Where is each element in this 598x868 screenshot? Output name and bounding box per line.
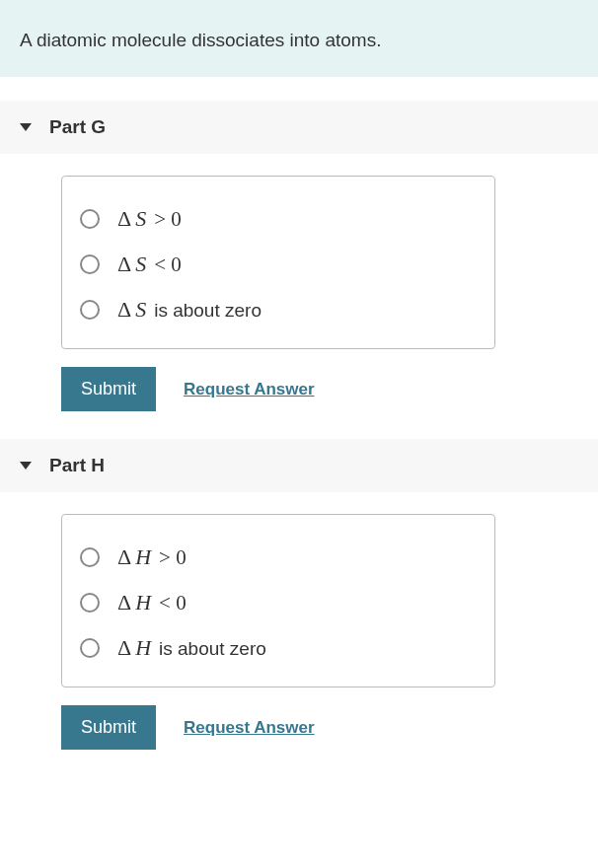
math-variable: S bbox=[135, 297, 146, 323]
math-variable: H bbox=[135, 544, 151, 570]
part-h-title: Part H bbox=[49, 455, 105, 476]
math-expression: > 0 bbox=[159, 545, 187, 570]
option-row[interactable]: ΔH is about zero bbox=[80, 625, 477, 671]
part-g-section: Part G ΔS > 0 ΔS < 0 ΔS bbox=[0, 101, 598, 411]
question-prompt: A diatomic molecule dissociates into ato… bbox=[0, 0, 598, 77]
delta-symbol: Δ bbox=[117, 297, 131, 323]
option-label: ΔS > 0 bbox=[117, 206, 182, 232]
option-row[interactable]: ΔS is about zero bbox=[80, 287, 477, 332]
radio-icon[interactable] bbox=[80, 209, 100, 229]
delta-symbol: Δ bbox=[117, 544, 131, 570]
option-label: ΔS < 0 bbox=[117, 252, 182, 277]
request-answer-link[interactable]: Request Answer bbox=[184, 718, 315, 738]
option-row[interactable]: ΔS > 0 bbox=[80, 196, 477, 242]
radio-icon[interactable] bbox=[80, 300, 100, 320]
part-h-actions: Submit Request Answer bbox=[61, 705, 598, 750]
part-h-options: ΔH > 0 ΔH < 0 ΔH is about zero bbox=[61, 514, 495, 687]
submit-button[interactable]: Submit bbox=[61, 367, 156, 411]
delta-symbol: Δ bbox=[117, 590, 131, 615]
radio-icon[interactable] bbox=[80, 593, 100, 613]
part-g-options: ΔS > 0 ΔS < 0 ΔS is about zero bbox=[61, 176, 495, 349]
option-label: ΔS is about zero bbox=[117, 297, 262, 323]
submit-button[interactable]: Submit bbox=[61, 705, 156, 750]
option-text: is about zero bbox=[154, 300, 262, 322]
part-g-actions: Submit Request Answer bbox=[61, 367, 598, 411]
option-row[interactable]: ΔH > 0 bbox=[80, 535, 477, 580]
radio-icon[interactable] bbox=[80, 638, 100, 658]
part-g-body: ΔS > 0 ΔS < 0 ΔS is about zero Submi bbox=[0, 154, 598, 411]
option-row[interactable]: ΔS < 0 bbox=[80, 242, 477, 287]
option-text: is about zero bbox=[159, 638, 266, 660]
delta-symbol: Δ bbox=[117, 206, 131, 232]
math-expression: < 0 bbox=[159, 591, 187, 615]
part-h-section: Part H ΔH > 0 ΔH < 0 ΔH bbox=[0, 439, 598, 750]
math-expression: < 0 bbox=[154, 253, 182, 277]
math-variable: S bbox=[135, 206, 146, 232]
caret-down-icon bbox=[20, 123, 32, 131]
part-g-header[interactable]: Part G bbox=[0, 101, 598, 154]
radio-icon[interactable] bbox=[80, 254, 100, 274]
radio-icon[interactable] bbox=[80, 547, 100, 567]
part-h-header[interactable]: Part H bbox=[0, 439, 598, 492]
delta-symbol: Δ bbox=[117, 252, 131, 277]
option-label: ΔH > 0 bbox=[117, 544, 187, 570]
delta-symbol: Δ bbox=[117, 635, 131, 661]
math-expression: > 0 bbox=[154, 207, 182, 232]
option-row[interactable]: ΔH < 0 bbox=[80, 580, 477, 625]
part-h-body: ΔH > 0 ΔH < 0 ΔH is about zero Submi bbox=[0, 492, 598, 750]
request-answer-link[interactable]: Request Answer bbox=[184, 380, 315, 399]
caret-down-icon bbox=[20, 462, 32, 470]
option-label: ΔH is about zero bbox=[117, 635, 266, 661]
math-variable: H bbox=[135, 635, 151, 661]
math-variable: H bbox=[135, 590, 151, 615]
option-label: ΔH < 0 bbox=[117, 590, 187, 615]
part-g-title: Part G bbox=[49, 116, 106, 138]
math-variable: S bbox=[135, 252, 146, 277]
